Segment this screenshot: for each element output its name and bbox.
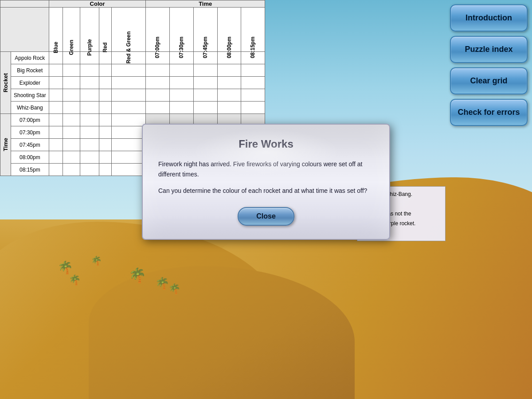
time-header: Time <box>146 0 265 8</box>
row-shooting-star: Shooting Star <box>11 89 49 102</box>
palm-tree-6: 🌴 <box>91 255 102 266</box>
puzzle-index-button[interactable]: Puzzle index <box>450 36 528 63</box>
introduction-button[interactable]: Introduction <box>450 4 528 31</box>
modal-title: Fire Works <box>158 138 374 150</box>
modal-paragraph-2: Can you determine the colour of each roc… <box>158 186 374 196</box>
color-header: Color <box>49 0 146 8</box>
col-745pm: 07:45pm <box>193 8 217 52</box>
col-red-green: Red & Green <box>111 8 146 52</box>
row-appolo-rock: Appolo Rock <box>11 52 49 64</box>
table-row: Big Rocket <box>0 64 265 77</box>
time-label: Time <box>0 136 11 153</box>
palm-tree-2: 🌴 <box>69 274 81 286</box>
row-815pm: 08:15pm <box>11 164 49 176</box>
sidebar: Introduction Puzzle index Clear grid Che… <box>446 0 532 130</box>
palm-tree-5: 🌴 <box>168 283 180 295</box>
palm-tree-3: 🌴 <box>129 267 146 284</box>
row-800pm: 08:00pm <box>11 151 49 164</box>
col-red: Red <box>99 8 111 52</box>
clear-grid-button[interactable]: Clear grid <box>450 67 528 94</box>
fireworks-modal: Fire Works Firework night has arrived. F… <box>142 124 390 239</box>
palm-tree-4: 🌴 <box>155 277 169 290</box>
table-row: Whiz-Bang <box>0 102 265 114</box>
row-745pm: 07:45pm <box>11 139 49 151</box>
row-730pm: 07:30pm <box>11 126 49 139</box>
col-blue: Blue <box>49 8 63 52</box>
row-exploder: Exploder <box>11 77 49 89</box>
modal-close-button[interactable]: Close <box>238 207 294 226</box>
table-row: Rocket Appolo Rock <box>0 52 265 64</box>
col-730pm: 07:30pm <box>170 8 194 52</box>
row-big-rocket: Big Rocket <box>11 64 49 77</box>
modal-paragraph-1: Firework night has arrived. Five firewor… <box>158 159 374 179</box>
col-800pm: 08:00pm <box>217 8 241 52</box>
col-700pm: 07:00pm <box>146 8 170 52</box>
table-row: Shooting Star <box>0 89 265 102</box>
col-green: Green <box>63 8 80 52</box>
table-row: Exploder <box>0 77 265 89</box>
col-815pm: 08:15pm <box>241 8 265 52</box>
check-errors-button[interactable]: Check for errors <box>450 99 528 126</box>
rocket-label: Rocket <box>0 71 11 94</box>
row-whiz-bang: Whiz-Bang <box>11 102 49 114</box>
row-700pm: 07:00pm <box>11 114 49 126</box>
col-purple: Purple <box>80 8 99 52</box>
palm-tree-1: 🌴 <box>58 260 73 275</box>
